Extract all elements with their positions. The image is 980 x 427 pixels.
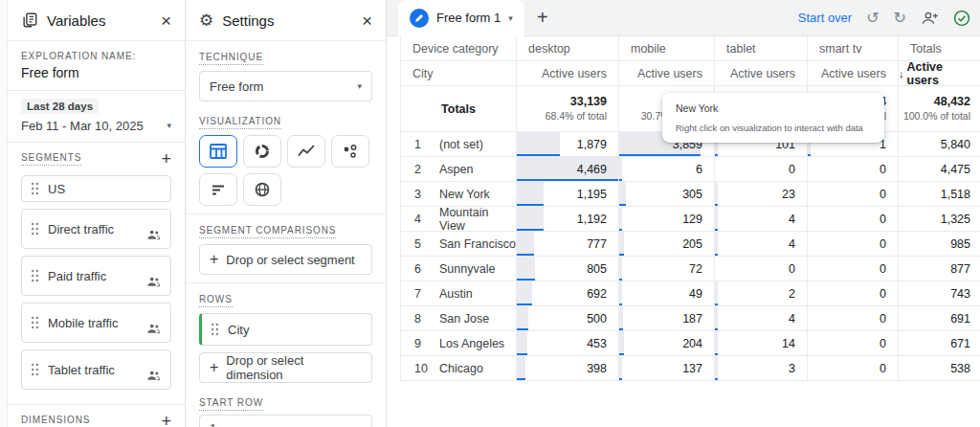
drag-handle-icon[interactable] [31, 269, 39, 282]
value-cell[interactable]: 1,879 [517, 132, 619, 156]
value-cell[interactable]: 4 [715, 306, 808, 330]
city-cell[interactable]: 7Austin [400, 281, 517, 305]
drag-handle-icon[interactable] [31, 182, 39, 195]
value-cell[interactable]: 0 [808, 306, 899, 330]
value-cell[interactable]: 4,469 [517, 157, 619, 181]
technique-select[interactable]: Free form ▾ [199, 71, 372, 101]
city-cell[interactable]: 8San Jose [400, 306, 517, 330]
table-viz-icon[interactable] [199, 135, 237, 168]
city-cell[interactable]: 5San Francisco [400, 232, 517, 256]
value-cell[interactable]: 205 [619, 232, 715, 256]
row-total-cell[interactable]: 691 [899, 306, 980, 330]
metric-header[interactable]: Active users [619, 61, 715, 85]
value-cell[interactable]: 14 [715, 331, 808, 355]
share-person-add-icon[interactable] [921, 11, 939, 25]
undo-icon[interactable]: ↺ [866, 11, 879, 26]
value-cell[interactable]: 204 [619, 331, 715, 355]
totals-cell[interactable]: 48,432100.0% of total [899, 86, 980, 131]
totals-cell[interactable]: 33,13968.4% of total [517, 86, 619, 131]
value-cell[interactable]: 3 [715, 356, 808, 380]
value-cell[interactable]: 129 [619, 207, 715, 231]
scatter-viz-icon[interactable] [331, 135, 369, 168]
city-cell[interactable]: 10Chicago [400, 356, 517, 380]
row-total-cell[interactable]: 985 [899, 232, 980, 256]
close-settings-icon[interactable]: × [362, 11, 372, 30]
drag-handle-icon[interactable] [31, 222, 39, 236]
value-cell[interactable]: 0 [715, 257, 808, 281]
value-cell[interactable]: 137 [619, 356, 715, 380]
metric-header[interactable]: Active users [715, 61, 808, 85]
add-dimension-icon[interactable]: + [161, 413, 171, 427]
row-total-cell[interactable]: 671 [899, 331, 980, 355]
device-column-header[interactable]: tablet [715, 36, 808, 60]
value-cell[interactable]: 4 [715, 232, 808, 256]
device-category-header[interactable]: Device category [400, 36, 517, 60]
drop-dimension-target[interactable]: + Drop or select dimension [199, 352, 372, 383]
value-cell[interactable]: 4 [715, 207, 808, 231]
value-cell[interactable]: 0 [715, 157, 808, 181]
date-range-picker[interactable]: Last 28 days Feb 11 - Mar 10, 2025 ▾ [8, 91, 185, 142]
row-dimension-chip[interactable]: City [199, 313, 372, 346]
device-column-header[interactable]: smart tv [808, 36, 899, 60]
city-cell[interactable]: 4Mountain View [400, 207, 517, 231]
row-total-cell[interactable]: 1,518 [899, 182, 980, 206]
value-cell[interactable]: 49 [619, 281, 715, 305]
value-cell[interactable]: 305 [619, 182, 715, 206]
add-tab-button[interactable]: + [524, 0, 561, 36]
value-cell[interactable]: 2 [715, 281, 808, 305]
segment-chip[interactable]: US [21, 175, 171, 202]
start-row-input[interactable]: 1 [199, 415, 372, 427]
segment-chip[interactable]: Paid traffic [21, 256, 171, 296]
value-cell[interactable]: 777 [517, 232, 619, 256]
value-cell[interactable]: 0 [808, 207, 899, 231]
city-cell[interactable]: 3New York [400, 182, 517, 206]
value-cell[interactable]: 0 [808, 232, 899, 256]
bar-chart-viz-icon[interactable] [199, 173, 237, 206]
row-total-cell[interactable]: 743 [899, 281, 980, 305]
city-cell[interactable]: 6Sunnyvale [400, 257, 517, 281]
totals-column-header[interactable]: Totals [899, 36, 980, 60]
row-total-cell[interactable]: 5,840 [899, 132, 980, 156]
city-cell[interactable]: 2Aspen [400, 157, 517, 181]
geo-map-viz-icon[interactable] [243, 173, 281, 206]
value-cell[interactable]: 500 [517, 306, 619, 330]
value-cell[interactable]: 0 [808, 281, 899, 305]
value-cell[interactable]: 0 [808, 182, 899, 206]
value-cell[interactable]: 1,192 [517, 207, 619, 231]
value-cell[interactable]: 187 [619, 306, 715, 330]
drop-segment-target[interactable]: + Drop or select segment [199, 244, 372, 275]
segment-chip[interactable]: Tablet traffic [21, 349, 171, 390]
device-column-header[interactable]: desktop [517, 36, 619, 60]
sorted-metric-header[interactable]: ↓Active users [899, 61, 980, 85]
value-cell[interactable]: 0 [808, 257, 899, 281]
metric-header[interactable]: Active users [517, 61, 619, 85]
line-chart-viz-icon[interactable] [287, 135, 325, 168]
exploration-name-value[interactable]: Free form [21, 65, 171, 80]
start-over-button[interactable]: Start over [798, 11, 852, 25]
donut-viz-icon[interactable] [243, 135, 281, 168]
segment-chip[interactable]: Direct traffic [21, 209, 171, 249]
row-total-cell[interactable]: 4,475 [899, 157, 980, 181]
drag-handle-icon[interactable] [211, 323, 219, 336]
city-column-header[interactable]: City [400, 61, 517, 85]
metric-header[interactable]: Active users [808, 61, 899, 85]
close-variables-icon[interactable]: × [161, 11, 171, 30]
row-total-cell[interactable]: 877 [899, 257, 980, 281]
value-cell[interactable]: 0 [808, 356, 899, 380]
value-cell[interactable]: 1,195 [517, 182, 619, 206]
row-total-cell[interactable]: 538 [899, 356, 980, 380]
value-cell[interactable]: 692 [517, 281, 619, 305]
row-total-cell[interactable]: 1,325 [899, 207, 980, 231]
value-cell[interactable]: 453 [517, 331, 619, 355]
segment-chip[interactable]: Mobile traffic [21, 303, 171, 343]
redo-icon[interactable]: ↻ [894, 11, 906, 26]
value-cell[interactable]: 398 [517, 356, 619, 380]
add-segment-icon[interactable]: + [161, 150, 171, 168]
saved-check-circle-icon[interactable] [953, 10, 970, 27]
city-cell[interactable]: 1(not set) [400, 132, 517, 156]
tab-free-form-1[interactable]: Free form 1 ▾ [398, 0, 524, 36]
value-cell[interactable]: 805 [517, 257, 619, 281]
drag-handle-icon[interactable] [31, 316, 39, 329]
value-cell[interactable]: 6 [619, 157, 715, 181]
value-cell[interactable]: 0 [808, 331, 899, 355]
